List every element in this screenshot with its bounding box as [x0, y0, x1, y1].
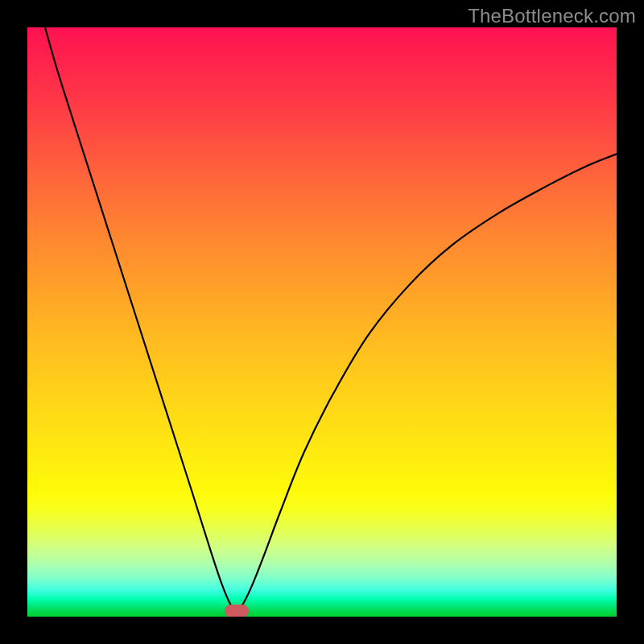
bottleneck-curve: [45, 27, 617, 611]
curve-layer: [27, 27, 617, 617]
optimal-point-marker: [225, 605, 249, 617]
plot-area: [27, 27, 617, 617]
bottleneck-chart: TheBottleneck.com: [0, 0, 644, 644]
watermark-text: TheBottleneck.com: [468, 5, 636, 27]
